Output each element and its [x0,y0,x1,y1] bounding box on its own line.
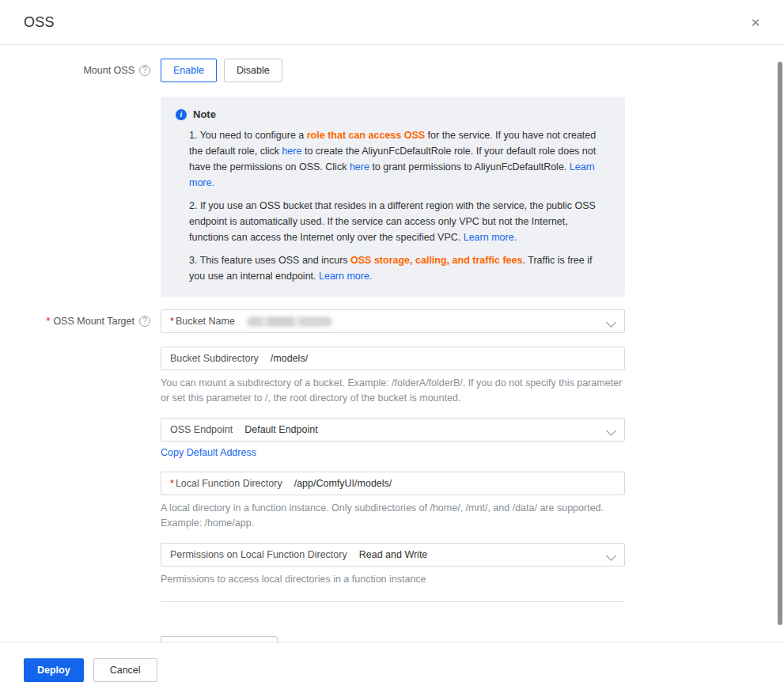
mount-oss-label: Mount OSS [83,59,134,82]
mount-oss-label-group: Mount OSS ? [0,59,150,82]
chevron-down-icon [606,317,616,328]
mount-oss-help-icon[interactable]: ? [139,65,150,76]
note-box: i Note 1. You need to configure a role t… [161,97,625,297]
chevron-down-icon [606,551,616,561]
oss-mount-target-help-icon[interactable]: ? [139,316,150,327]
vertical-scrollbar[interactable] [778,62,782,625]
copy-default-address-link[interactable]: Copy Default Address [161,447,256,458]
oss-endpoint-select[interactable]: OSS Endpoint Default Endpoint [161,418,625,442]
disable-button[interactable]: Disable [224,59,282,82]
drawer-footer: Deploy Cancel [0,642,784,686]
permissions-select[interactable]: Permissions on Local Function Directory … [161,543,625,567]
section-divider [161,601,625,602]
local-function-directory-input[interactable]: * Local Function Directory /app/ComfyUI/… [161,472,625,495]
enable-button[interactable]: Enable [161,59,217,82]
info-icon: i [176,109,187,120]
required-marker: * [170,478,174,489]
note-item-1: 1. You need to configure a role that can… [189,127,609,191]
cancel-button[interactable]: Cancel [93,658,157,682]
bucket-subdirectory-help: You can mount a subdirectory of a bucket… [161,376,625,407]
oss-endpoint-label: OSS Endpoint [170,424,233,435]
bucket-name-select[interactable]: * Bucket Name [161,309,625,333]
drawer-header: OSS ✕ [0,0,784,45]
required-marker: * [47,309,51,333]
required-marker: * [170,316,174,327]
add-mount-target-button[interactable]: + Add Mount Target [161,636,278,642]
permissions-help: Permissions to access local directories … [161,572,625,587]
bucket-subdirectory-input[interactable]: Bucket Subdirectory /models/ [161,347,625,370]
chevron-down-icon [606,426,616,436]
note-row: i Note 1. You need to configure a role t… [0,97,784,297]
oss-mount-target-label: OSS Mount Target [53,309,134,333]
oss-mount-target-label-group: * OSS Mount Target ? [0,309,150,333]
bucket-name-value-redacted [247,316,332,327]
mount-oss-toggle: Enable Disable [161,59,625,82]
deploy-button[interactable]: Deploy [24,658,84,682]
oss-mount-target-row: * OSS Mount Target ? * Bucket Name Bucke… [0,309,784,642]
note-item-3: 3. This feature uses OSS and incurs OSS … [189,252,609,284]
permissions-value: Read and Write [359,549,428,560]
local-function-directory-value: /app/ComfyUI/models/ [294,478,392,489]
drawer-body: Mount OSS ? Enable Disable i Note 1. You… [0,46,784,642]
mount-oss-row: Mount OSS ? Enable Disable [0,59,784,82]
note-title: Note [193,108,216,120]
page-title: OSS [24,14,55,31]
bucket-subdirectory-label: Bucket Subdirectory [170,353,259,364]
local-function-directory-label: Local Function Directory [176,478,282,489]
bucket-subdirectory-value: /models/ [271,353,308,364]
bucket-name-label: Bucket Name [176,316,235,327]
oss-endpoint-value: Default Endpoint [244,424,317,435]
note-item-2: 2. If you use an OSS bucket that resides… [189,198,609,245]
local-function-directory-help: A local directory in a function instance… [161,501,625,532]
close-icon[interactable]: ✕ [748,14,763,30]
permissions-label: Permissions on Local Function Directory [170,549,347,560]
